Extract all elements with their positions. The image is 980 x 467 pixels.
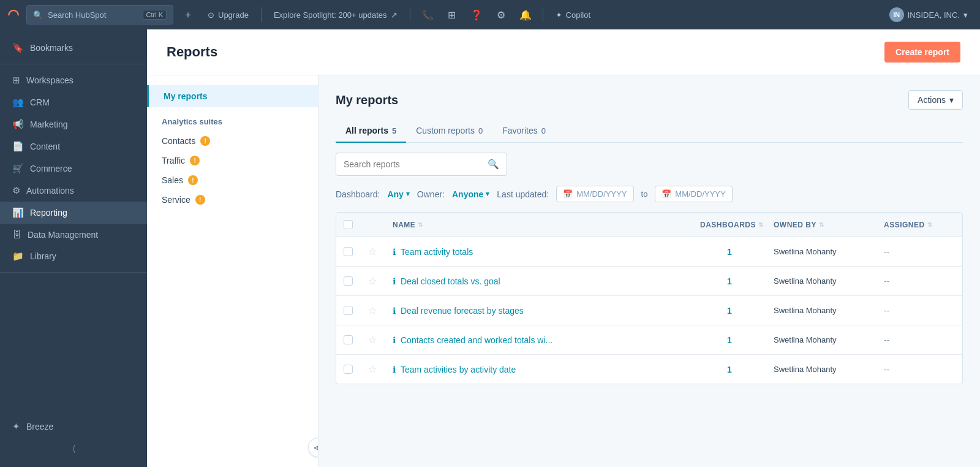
help-icon[interactable]: ❓ bbox=[467, 5, 486, 25]
owned-sort-icon: ⇅ bbox=[819, 221, 824, 228]
actions-button[interactable]: Actions ▾ bbox=[908, 90, 963, 110]
account-menu-button[interactable]: IN INSIDEA, INC. ▾ bbox=[884, 5, 973, 25]
th-name[interactable]: NAME ⇅ bbox=[385, 213, 693, 237]
main-layout: 🔖 Bookmarks ⊞ Workspaces 👥 CRM 📢 Marketi… bbox=[0, 29, 980, 467]
row-star: ☆ bbox=[361, 296, 385, 325]
search-reports-input[interactable] bbox=[344, 159, 483, 169]
sidebar-divider-1 bbox=[0, 64, 147, 64]
row-dashboards: 1 bbox=[693, 297, 766, 324]
left-nav-sales[interactable]: Sales ! bbox=[147, 170, 318, 190]
settings-icon[interactable]: ⚙ bbox=[491, 5, 511, 25]
actions-label: Actions bbox=[918, 95, 946, 105]
th-dashboards[interactable]: DASHBOARDS ⇅ bbox=[693, 213, 766, 237]
tab-favorites-label: Favorites bbox=[502, 126, 538, 135]
row-name[interactable]: ℹ Deal closed totals vs. goal bbox=[385, 268, 693, 295]
notifications-icon[interactable]: 🔔 bbox=[516, 5, 535, 25]
owner-filter-chevron-icon: ▾ bbox=[486, 190, 489, 198]
last-updated-label: Last updated: bbox=[497, 189, 549, 199]
th-assigned[interactable]: ASSIGNED ⇅ bbox=[876, 213, 962, 237]
row-dashboards: 1 bbox=[693, 268, 766, 295]
sidebar-divider-2 bbox=[0, 272, 147, 273]
tab-custom-reports[interactable]: Custom reports 0 bbox=[406, 120, 492, 143]
table-row: ☆ ℹ Contacts created and worked totals w… bbox=[336, 325, 962, 355]
favorite-star-icon[interactable]: ☆ bbox=[368, 305, 377, 316]
owner-filter-select[interactable]: Anyone ▾ bbox=[452, 189, 489, 199]
row-name[interactable]: ℹ Contacts created and worked totals wi.… bbox=[385, 327, 693, 354]
favorite-star-icon[interactable]: ☆ bbox=[368, 246, 377, 257]
sidebar-collapse-button[interactable]: ⟨ bbox=[0, 438, 147, 460]
reports-tabs: All reports 5 Custom reports 0 Favorites… bbox=[336, 120, 963, 143]
row-name[interactable]: ℹ Team activities by activity date bbox=[385, 356, 693, 383]
upgrade-button[interactable]: ⊙ Upgrade bbox=[203, 8, 254, 22]
sidebar-item-label-reporting: Reporting bbox=[30, 208, 67, 218]
table-header: NAME ⇅ DASHBOARDS ⇅ OWNED BY ⇅ ASSIGNE bbox=[336, 213, 962, 237]
sidebar-item-label-breeze: Breeze bbox=[26, 422, 53, 431]
row-name[interactable]: ℹ Team activity totals bbox=[385, 238, 693, 265]
th-owned-by[interactable]: OWNED BY ⇅ bbox=[766, 213, 876, 237]
search-reports-bar[interactable]: 🔍 bbox=[336, 153, 507, 176]
row-select-checkbox[interactable] bbox=[344, 276, 353, 286]
tab-all-reports[interactable]: All reports 5 bbox=[336, 120, 406, 143]
th-checkbox bbox=[336, 213, 361, 237]
th-star bbox=[361, 213, 385, 237]
page-title: Reports bbox=[167, 44, 217, 60]
favorite-star-icon[interactable]: ☆ bbox=[368, 275, 377, 287]
date-from-input[interactable]: 📅 MM/DD/YYYY bbox=[556, 186, 633, 202]
sidebar-item-bookmarks[interactable]: 🔖 Bookmarks bbox=[0, 37, 147, 59]
dashboard-filter-select[interactable]: Any ▾ bbox=[387, 189, 409, 199]
sidebar-item-breeze[interactable]: ✦ Breeze bbox=[0, 416, 147, 438]
traffic-warning-icon: ! bbox=[190, 156, 200, 165]
report-info-icon: ℹ bbox=[393, 365, 396, 374]
sidebar-item-library[interactable]: 📁 Library bbox=[0, 245, 147, 267]
add-button[interactable]: ＋ bbox=[178, 5, 198, 25]
copilot-star-icon: ✦ bbox=[556, 10, 562, 20]
row-select-checkbox[interactable] bbox=[344, 365, 353, 374]
sidebar-item-marketing[interactable]: 📢 Marketing bbox=[0, 113, 147, 135]
tab-custom-reports-label: Custom reports bbox=[416, 126, 475, 135]
sidebar-item-crm[interactable]: 👥 CRM bbox=[0, 91, 147, 113]
left-nav-contacts[interactable]: Contacts ! bbox=[147, 131, 318, 151]
content-icon: 📄 bbox=[12, 141, 24, 152]
sales-label: Sales bbox=[162, 175, 183, 185]
favorite-star-icon[interactable]: ☆ bbox=[368, 334, 377, 346]
report-info-icon: ℹ bbox=[393, 247, 396, 257]
reports-table: NAME ⇅ DASHBOARDS ⇅ OWNED BY ⇅ ASSIGNE bbox=[336, 212, 963, 384]
copilot-button[interactable]: ✦ Copilot bbox=[551, 8, 595, 22]
create-report-button[interactable]: Create report bbox=[884, 42, 960, 63]
row-select-checkbox[interactable] bbox=[344, 335, 353, 344]
tab-favorites[interactable]: Favorites 0 bbox=[492, 120, 556, 143]
sidebar-item-reporting[interactable]: 📊 Reporting bbox=[0, 202, 147, 224]
grid-icon[interactable]: ⊞ bbox=[442, 5, 462, 25]
left-nav-my-reports[interactable]: My reports bbox=[147, 85, 318, 107]
sidebar-item-content[interactable]: 📄 Content bbox=[0, 135, 147, 158]
sidebar-item-label-automations: Automations bbox=[26, 186, 74, 196]
account-chevron-icon: ▾ bbox=[963, 10, 968, 20]
spotlight-label: Explore Spotlight: 200+ updates bbox=[274, 10, 387, 20]
row-select-checkbox[interactable] bbox=[344, 247, 353, 256]
favorite-star-icon[interactable]: ☆ bbox=[368, 363, 377, 375]
left-nav-traffic[interactable]: Traffic ! bbox=[147, 151, 318, 170]
row-assigned: -- bbox=[876, 238, 962, 265]
phone-icon[interactable]: 📞 bbox=[418, 5, 437, 25]
left-panel-collapse-button[interactable]: ≪ bbox=[308, 438, 318, 457]
tab-favorites-count: 0 bbox=[541, 126, 546, 135]
reports-panel-header: My reports Actions ▾ bbox=[336, 90, 963, 110]
sidebar-item-workspaces[interactable]: ⊞ Workspaces bbox=[0, 69, 147, 91]
sidebar-item-commerce[interactable]: 🛒 Commerce bbox=[0, 158, 147, 180]
sidebar-item-automations[interactable]: ⚙ Automations bbox=[0, 180, 147, 202]
spotlight-button[interactable]: Explore Spotlight: 200+ updates ↗ bbox=[269, 8, 402, 22]
sidebar-item-label-data-management: Data Management bbox=[28, 230, 98, 240]
date-separator: to bbox=[641, 189, 648, 199]
crm-icon: 👥 bbox=[12, 97, 24, 108]
row-select-checkbox[interactable] bbox=[344, 306, 353, 315]
row-owned-by: Swetlina Mohanty bbox=[766, 268, 876, 294]
date-to-input[interactable]: 📅 MM/DD/YYYY bbox=[655, 186, 732, 202]
left-nav-service[interactable]: Service ! bbox=[147, 190, 318, 210]
row-star: ☆ bbox=[361, 237, 385, 266]
select-all-checkbox[interactable] bbox=[344, 220, 353, 229]
account-name: INSIDEA, INC. bbox=[908, 10, 960, 20]
sidebar-item-data-management[interactable]: 🗄 Data Management bbox=[0, 224, 147, 245]
row-name[interactable]: ℹ Deal revenue forecast by stages bbox=[385, 297, 693, 324]
top-navigation: ◠ 🔍 Search HubSpot Ctrl K ＋ ⊙ Upgrade Ex… bbox=[0, 0, 980, 29]
global-search-bar[interactable]: 🔍 Search HubSpot Ctrl K bbox=[26, 5, 173, 25]
